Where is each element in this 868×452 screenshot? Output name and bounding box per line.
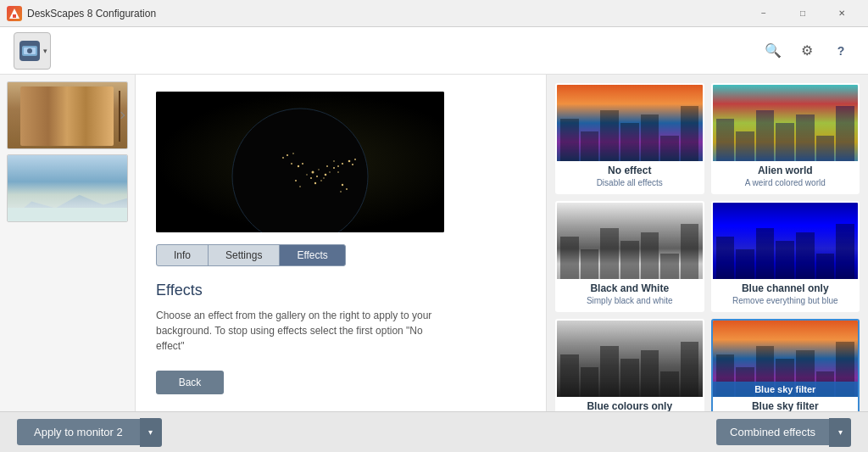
svg-point-25 <box>299 186 301 187</box>
blue-colours-info: Blue colours only Only keep blues <box>557 397 703 411</box>
buildings-bw <box>557 233 703 279</box>
settings-button[interactable]: ⚙ <box>793 37 821 64</box>
svg-point-22 <box>292 153 294 154</box>
tab-effects[interactable]: Effects <box>279 244 345 266</box>
search-icon: 🔍 <box>765 42 782 59</box>
gallery-item-blue-colours[interactable]: Blue colours only Only keep blues <box>555 319 704 411</box>
svg-point-17 <box>340 191 342 193</box>
window-controls: − □ ✕ <box>744 0 861 27</box>
blue-colours-thumb <box>557 321 703 397</box>
svg-point-29 <box>342 163 343 165</box>
blue-channel-thumb <box>713 203 859 279</box>
sidebar-thumb-tree[interactable] <box>7 81 128 149</box>
svg-rect-1 <box>13 14 16 18</box>
svg-point-11 <box>320 180 322 181</box>
logo-button[interactable]: ▾ <box>14 32 51 70</box>
blue-channel-desc: Remove everything but blue <box>718 296 854 305</box>
gallery-panel: No effect Disable all effects <box>546 75 868 411</box>
apply-dropdown-button[interactable]: ▾ <box>140 418 162 447</box>
blue-colours-name: Blue colours only <box>562 400 698 411</box>
buildings-no-effect <box>557 115 703 161</box>
effects-heading: Effects <box>156 282 526 299</box>
svg-point-19 <box>302 163 303 165</box>
gallery-item-no-effect[interactable]: No effect Disable all effects <box>555 83 704 194</box>
svg-point-7 <box>312 171 314 174</box>
alien-info: Alien world A weird colored world <box>713 161 859 193</box>
sidebar-thumb-mountain[interactable] <box>7 154 128 222</box>
apply-button-group: Apply to monitor 2 ▾ <box>17 418 162 447</box>
svg-point-28 <box>354 159 356 160</box>
buildings-blue-colours <box>557 351 703 397</box>
svg-point-30 <box>337 165 339 167</box>
bw-desc: Simply black and white <box>562 296 698 305</box>
buildings-blue-channel <box>713 233 859 279</box>
gallery-item-blue-sky[interactable]: Blue sky filter Blue sky filter Adds a b… <box>711 319 860 411</box>
svg-point-31 <box>333 160 335 162</box>
maximize-button[interactable]: □ <box>783 0 822 27</box>
apply-dropdown-arrow: ▾ <box>148 427 153 437</box>
alien-desc: A weird colored world <box>718 178 854 187</box>
svg-point-27 <box>352 164 353 165</box>
svg-point-13 <box>333 167 335 169</box>
bottom-bar: Apply to monitor 2 ▾ Combined effects ▾ <box>0 411 868 452</box>
no-effect-desc: Disable all effects <box>562 178 698 187</box>
svg-point-14 <box>337 171 339 173</box>
gallery-item-alien[interactable]: Alien world A weird colored world <box>711 83 860 194</box>
blue-sky-overlay: Blue sky filter <box>713 382 859 397</box>
svg-point-15 <box>342 184 343 186</box>
svg-point-18 <box>298 165 299 167</box>
combined-effects-button[interactable]: Combined effects <box>716 419 829 445</box>
svg-point-36 <box>326 165 328 167</box>
help-button[interactable]: ? <box>827 37 854 64</box>
svg-point-35 <box>323 177 324 178</box>
mountain-thumbnail <box>8 155 127 221</box>
sidebar <box>0 75 136 411</box>
tab-bar: Info Settings Effects <box>156 244 526 266</box>
combined-button-group: Combined effects ▾ <box>716 418 851 447</box>
search-button[interactable]: 🔍 <box>760 37 787 64</box>
combined-dropdown-arrow: ▾ <box>838 427 843 437</box>
svg-point-5 <box>27 48 32 53</box>
svg-point-6 <box>232 109 368 232</box>
svg-point-24 <box>295 180 297 181</box>
gallery-item-bw[interactable]: Black and White Simply black and white <box>555 201 704 312</box>
effects-description: Choose an effect from the gallery on the… <box>156 308 444 354</box>
help-icon: ? <box>837 44 845 58</box>
combined-dropdown-button[interactable]: ▾ <box>829 418 851 447</box>
alien-name: Alien world <box>718 165 854 176</box>
preview-area <box>156 92 444 232</box>
blue-sky-name: Blue sky filter <box>718 400 854 411</box>
svg-point-20 <box>291 163 292 165</box>
gallery-item-blue-channel[interactable]: Blue channel only Remove everything but … <box>711 201 860 312</box>
logo-icon <box>18 39 42 63</box>
tab-info[interactable]: Info <box>156 244 209 266</box>
toolbar: ▾ 🔍 ⚙ ? <box>0 27 868 75</box>
tab-settings[interactable]: Settings <box>208 244 280 266</box>
tree-thumbnail <box>8 82 127 148</box>
svg-point-23 <box>282 157 284 159</box>
svg-point-32 <box>306 174 307 175</box>
main-panel: Info Settings Effects Effects Choose an … <box>136 75 546 411</box>
gallery-grid: No effect Disable all effects <box>555 83 860 411</box>
blue-sky-info: Blue sky filter Adds a blue sky effect <box>713 397 859 411</box>
no-effect-name: No effect <box>562 165 698 176</box>
window-title: DeskScapes 8 Configuration <box>27 8 744 20</box>
blue-sky-thumb: Blue sky filter <box>713 321 859 397</box>
apply-button[interactable]: Apply to monitor 2 <box>17 419 140 445</box>
buildings-alien <box>713 115 859 161</box>
no-effect-thumb <box>557 85 703 161</box>
blue-channel-name: Blue channel only <box>718 282 854 294</box>
bw-name: Black and White <box>562 282 698 294</box>
svg-point-10 <box>314 182 316 184</box>
alien-thumb <box>713 85 859 161</box>
back-button[interactable]: Back <box>156 371 224 394</box>
title-bar: DeskScapes 8 Configuration − □ ✕ <box>0 0 868 27</box>
gear-icon: ⚙ <box>801 42 813 59</box>
svg-point-8 <box>316 176 318 177</box>
minimize-button[interactable]: − <box>744 0 783 27</box>
svg-point-21 <box>287 154 288 156</box>
globe-preview <box>156 92 444 232</box>
content-area: Info Settings Effects Effects Choose an … <box>0 75 868 411</box>
close-button[interactable]: ✕ <box>822 0 861 27</box>
dropdown-arrow-toolbar: ▾ <box>43 47 47 55</box>
